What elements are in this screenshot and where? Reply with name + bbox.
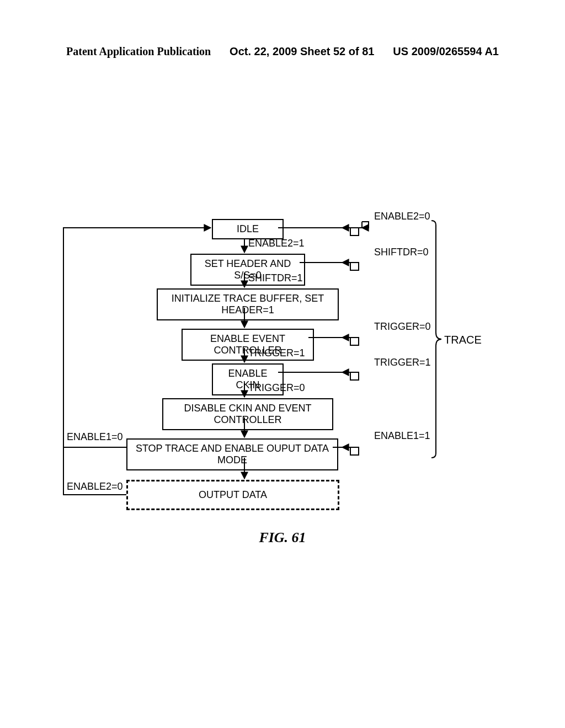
label-enable2-1: ENABLE2=1	[248, 238, 305, 249]
label-enable2-0: ENABLE2=0	[374, 211, 430, 222]
label-enable1-1: ENABLE1=1	[374, 430, 430, 442]
label-trigger-0b: TRIGGER=0	[248, 382, 305, 394]
state-output-data: OUTPUT DATA	[126, 480, 339, 510]
label-shiftdr-0: SHIFTDR=0	[374, 247, 429, 258]
header-patent-number: US 2009/0265594 A1	[393, 45, 499, 58]
state-idle: IDLE	[212, 219, 284, 239]
trace-group-label: TRACE	[444, 334, 482, 346]
figure-title: FIG. 61	[0, 529, 565, 546]
label-trigger-1b: TRIGGER=1	[374, 357, 431, 368]
document-header: Patent Application Publication Oct. 22, …	[0, 45, 565, 58]
header-publication: Patent Application Publication	[66, 45, 211, 58]
header-date-sheet: Oct. 22, 2009 Sheet 52 of 81	[230, 45, 374, 58]
label-enable2-0b: ENABLE2=0	[67, 481, 123, 493]
state-disable-ckin: DISABLE CKIN AND EVENT CONTROLLER	[162, 398, 333, 430]
label-enable1-0: ENABLE1=0	[67, 431, 123, 443]
label-trigger-0: TRIGGER=0	[374, 321, 431, 333]
state-init-buffer: INITIALIZE TRACE BUFFER, SET HEADER=1	[157, 288, 339, 320]
state-stop-trace: STOP TRACE AND ENABLE OUPUT DATA MODE	[126, 438, 338, 470]
label-trigger-1: TRIGGER=1	[248, 347, 305, 359]
label-shiftdr-1: SHIFTDR=1	[248, 272, 303, 284]
